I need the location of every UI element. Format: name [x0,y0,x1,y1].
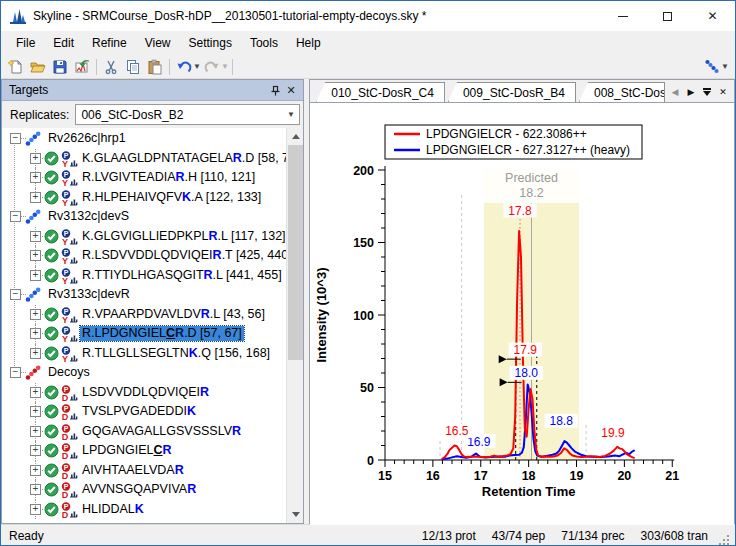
protein-name: Rv3132c|devS [46,209,131,224]
expand-expander-icon[interactable]: + [30,484,41,495]
expand-expander-icon[interactable]: + [30,192,41,203]
auto-hide-pin-button[interactable] [267,82,283,98]
redo-drop-arrow-icon[interactable]: ▼ [221,62,229,71]
peptide-library-icon: PY [61,346,78,365]
close-targets-button[interactable]: ✕ [283,82,299,98]
menu-tools[interactable]: Tools [241,32,287,54]
expand-expander-icon[interactable]: + [30,250,41,261]
protein-name: Rv2626c|hrp1 [46,131,128,146]
menu-refine[interactable]: Refine [83,32,136,54]
expand-expander-icon[interactable]: + [30,387,41,398]
graph-tab-010_StC-DosR_C4[interactable]: 010_StC-DosR_C4 [316,82,445,102]
svg-text:50: 50 [360,381,374,395]
tree-peptide-row[interactable]: +PDAIVHTAAELVDAR [2,461,286,481]
maximize-icon [663,12,672,21]
menu-help[interactable]: Help [287,32,330,54]
scroll-tabs-left-icon[interactable]: ◀ [668,85,682,99]
svg-text:15: 15 [378,469,392,483]
new-document-button[interactable] [5,56,27,78]
tree-peptide-row[interactable]: +PYR.HLPEHAIVQFVK.A [122, 133] [2,188,286,208]
svg-text:Y: Y [62,314,68,323]
chromatogram-chart[interactable]: Predicted18.205010015020015161718192021R… [310,102,734,525]
svg-text:Y: Y [62,275,68,284]
expand-expander-icon[interactable]: + [30,465,41,476]
open-file-button[interactable] [27,56,49,78]
collapse-expander-icon[interactable]: − [10,367,21,378]
tree-protein-row[interactable]: −Decoys [2,363,286,383]
peptide-sequence: GQGAVAGALLGSVSSSLVR [80,424,243,439]
expand-expander-icon[interactable]: + [30,172,41,183]
import-results-button[interactable] [71,56,93,78]
graph-tab-008_StC-Dos[interactable]: 008_StC-Dos [579,82,665,102]
scroll-tabs-right-icon[interactable]: ▶ [684,85,698,99]
peptide-library-icon: PY [61,190,78,209]
scroll-down-arrow-icon[interactable] [287,506,303,523]
collapse-expander-icon[interactable]: − [10,289,21,300]
minimize-button[interactable] [600,1,645,31]
expand-expander-icon[interactable]: + [30,445,41,456]
tree-scrollbar[interactable] [286,128,303,523]
resize-grip[interactable] [718,534,731,546]
expand-expander-icon[interactable]: + [30,406,41,417]
proteomics-ui-mode-button[interactable] [701,56,723,78]
peptide-ok-check-icon [44,268,59,286]
undo-drop-arrow-icon[interactable]: ▼ [193,62,201,71]
tree-peptide-row[interactable]: +PYR.TLLGLLSEGLTNK.Q [156, 168] [2,344,286,364]
expand-expander-icon[interactable]: + [30,153,41,164]
graph-tab-009_StC-DosR_B4[interactable]: 009_StC-DosR_B4 [448,82,576,102]
menu-edit[interactable]: Edit [44,32,83,54]
tree-peptide-row[interactable]: +PYR.LVGIVTEADIAR.H [110, 121] [2,168,286,188]
paste-button[interactable] [144,56,166,78]
tree-peptide-row[interactable]: +PDLPDGNGIELCR [2,441,286,461]
tree-peptide-row[interactable]: +PYR.VPAARPDVAVLDVR.L [43, 56] [2,305,286,325]
protein-icon [25,287,41,306]
decoy-peptide-library-icon: PD [61,443,78,462]
svg-text:Intensity (10^3): Intensity (10^3) [314,267,329,362]
tree-peptide-row[interactable]: +PYR.LSDVVDDLQDVIQEIR.T [425, 440] [2,246,286,266]
svg-text:150: 150 [353,236,374,250]
redo-button[interactable] [201,56,223,78]
cut-button[interactable] [100,56,122,78]
tree-peptide-row[interactable]: +PYR.LPDGNGIELCR.D [57, 67] [2,324,286,344]
tab-menu-icon[interactable] [700,85,714,99]
targets-tree-container: −Rv2626c|hrp1+PYK.GLAAGLDPNTATAGELAR.D [… [2,128,303,523]
tree-protein-row[interactable]: −Rv3132c|devS [2,207,286,227]
tree-peptide-row[interactable]: +PDLSDVVDDLQDVIQEIR [2,383,286,403]
expand-expander-icon[interactable]: + [30,426,41,437]
copy-button[interactable] [122,56,144,78]
close-icon: ✕ [707,10,717,22]
menu-view[interactable]: View [136,32,180,54]
tree-peptide-row[interactable]: +PYR.TTIYDLHGASQGITR.L [441, 455] [2,266,286,286]
tree-protein-row[interactable]: −Rv2626c|hrp1 [2,129,286,149]
tree-peptide-row[interactable]: +PDTVSLPVGADEDDIK [2,402,286,422]
tree-peptide-row[interactable]: +PDGQGAVAGALLGSVSSSLVR [2,422,286,442]
menu-settings[interactable]: Settings [180,32,241,54]
peptide-library-icon: PY [61,326,78,345]
tree-protein-row[interactable]: −Rv3133c|devR [2,285,286,305]
expand-expander-icon[interactable]: + [30,348,41,359]
ui-mode-drop-arrow-icon[interactable]: ▼ [721,62,729,71]
tree-peptide-row[interactable]: +PDAVVNSGQAPVIVAR [2,480,286,500]
tree-peptide-row[interactable]: +PYK.GLAAGLDPNTATAGELAR.D [58, 75] [2,149,286,169]
maximize-button[interactable] [645,1,690,31]
expand-expander-icon[interactable]: + [30,328,41,339]
collapse-expander-icon[interactable]: − [10,133,21,144]
expand-expander-icon[interactable]: + [30,309,41,320]
collapse-expander-icon[interactable]: − [10,211,21,222]
undo-button[interactable] [173,56,195,78]
scroll-up-arrow-icon[interactable] [287,128,303,145]
menu-file[interactable]: File [7,32,44,54]
expand-expander-icon[interactable]: + [30,231,41,242]
scrollbar-thumb[interactable] [288,145,303,360]
replicates-combobox[interactable]: 006_StC-DosR_B2 ▼ [75,104,300,125]
peptide-library-icon: PY [61,170,78,189]
tree-peptide-row[interactable]: +PYK.GLGVIGLLIEDPKPLR.L [117, 132] [2,227,286,247]
save-file-button[interactable] [49,56,71,78]
close-graph-icon[interactable]: ✕ [716,85,730,99]
expand-expander-icon[interactable]: + [30,504,41,515]
close-button[interactable]: ✕ [690,1,735,31]
svg-text:Y: Y [62,256,68,265]
tree-peptide-row[interactable]: +PDHLIDDALK [2,500,286,520]
peptide-library-icon: PY [61,307,78,326]
expand-expander-icon[interactable]: + [30,270,41,281]
